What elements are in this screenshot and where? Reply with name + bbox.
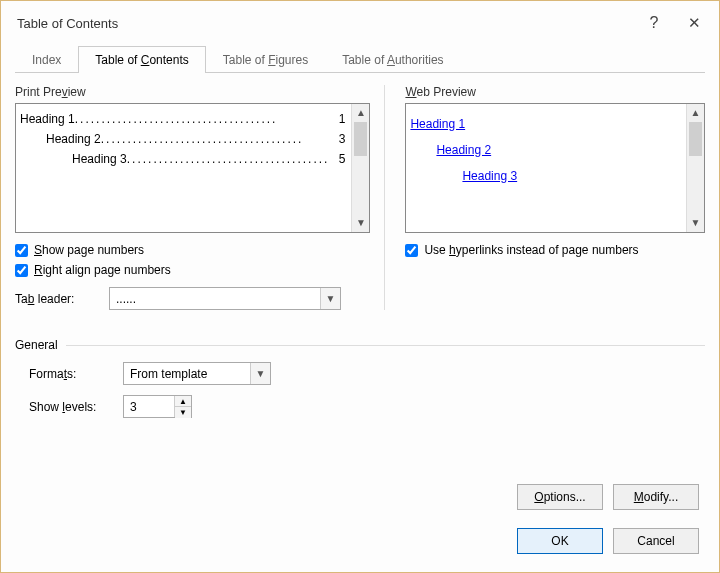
scroll-up-icon[interactable]: ▲	[687, 104, 704, 122]
right-align-checkbox[interactable]	[15, 264, 28, 277]
print-preview-scrollbar[interactable]: ▲ ▼	[351, 104, 369, 232]
use-hyperlinks-row: Use hyperlinks instead of page numbers	[405, 243, 705, 257]
tab-leader-label: Tab leader:	[15, 292, 99, 306]
show-page-numbers-checkbox[interactable]	[15, 244, 28, 257]
print-h2-page: 3	[329, 132, 345, 146]
ok-cancel-row: OK Cancel	[517, 528, 699, 554]
tab-leader-value: ......	[116, 292, 136, 306]
web-preview-content: Heading 1 Heading 2 Heading 3	[406, 104, 686, 232]
print-preview-row: Heading 1 ..............................…	[20, 112, 345, 126]
web-preview-column: Web Preview Heading 1 Heading 2 Heading …	[405, 85, 705, 310]
tab-leader-row: Tab leader: ...... ▼	[15, 287, 370, 310]
print-h1-page: 1	[329, 112, 345, 126]
tab-index-label: Index	[32, 53, 61, 67]
toc-dialog: Table of Contents ? ✕ Index Table of Con…	[0, 0, 720, 573]
scroll-thumb[interactable]	[689, 122, 702, 156]
show-page-numbers-label: Show page numbers	[34, 243, 144, 257]
modify-button-label: Modify...	[634, 490, 678, 504]
right-align-row: Right align page numbers	[15, 263, 370, 277]
print-h2-label: Heading 2	[46, 132, 101, 146]
print-preview-row: Heading 3 ..............................…	[20, 152, 345, 166]
chevron-down-icon[interactable]: ▼	[250, 363, 270, 384]
scroll-down-icon[interactable]: ▼	[352, 214, 369, 232]
tab-table-of-figures[interactable]: Table of Figures	[206, 46, 325, 73]
web-preview-box: Heading 1 Heading 2 Heading 3 ▲ ▼	[405, 103, 705, 233]
right-align-label: Right align page numbers	[34, 263, 171, 277]
cancel-button-label: Cancel	[637, 534, 674, 548]
options-button[interactable]: Options...	[517, 484, 603, 510]
print-preview-content: Heading 1 ..............................…	[16, 104, 351, 232]
leader-dots: ......................................	[101, 132, 330, 146]
cancel-button[interactable]: Cancel	[613, 528, 699, 554]
tab-tof-label: Table of Figures	[223, 53, 308, 67]
titlebar: Table of Contents ? ✕	[15, 15, 705, 41]
web-preview-link[interactable]: Heading 2	[410, 140, 680, 158]
web-h1-label: Heading 1	[410, 117, 465, 131]
general-divider: General	[15, 338, 705, 352]
options-button-label: Options...	[534, 490, 585, 504]
close-button[interactable]: ✕	[685, 14, 703, 32]
spin-up-icon[interactable]: ▲	[175, 396, 191, 407]
tab-toa-label: Table of Authorities	[342, 53, 443, 67]
help-button[interactable]: ?	[645, 14, 663, 32]
print-preview-row: Heading 2 ..............................…	[20, 132, 345, 146]
show-page-numbers-row: Show page numbers	[15, 243, 370, 257]
formats-combo[interactable]: From template ▼	[123, 362, 271, 385]
scroll-track[interactable]	[352, 156, 369, 214]
web-h2-label: Heading 2	[436, 143, 491, 157]
print-preview-box: Heading 1 ..............................…	[15, 103, 370, 233]
ok-button-label: OK	[551, 534, 568, 548]
general-label: General	[15, 338, 58, 352]
scroll-down-icon[interactable]: ▼	[687, 214, 704, 232]
chevron-down-icon[interactable]: ▼	[320, 288, 340, 309]
scroll-track[interactable]	[687, 156, 704, 214]
modify-button[interactable]: Modify...	[613, 484, 699, 510]
spinner-buttons: ▲ ▼	[174, 396, 191, 417]
print-preview-column: Print Preview Heading 1 ................…	[15, 85, 385, 310]
web-h3-label: Heading 3	[462, 169, 517, 183]
web-preview-link[interactable]: Heading 1	[410, 114, 680, 132]
scroll-thumb[interactable]	[354, 122, 367, 156]
dialog-title: Table of Contents	[17, 16, 118, 31]
show-levels-row: Show levels: ▲ ▼	[29, 395, 705, 418]
ok-button[interactable]: OK	[517, 528, 603, 554]
leader-dots: ......................................	[75, 112, 330, 126]
spin-down-icon[interactable]: ▼	[175, 407, 191, 418]
web-preview-link[interactable]: Heading 3	[410, 166, 680, 184]
tab-strip: Index Table of Contents Table of Figures…	[15, 45, 705, 73]
use-hyperlinks-checkbox[interactable]	[405, 244, 418, 257]
show-levels-input[interactable]	[124, 396, 174, 417]
tab-leader-combo[interactable]: ...... ▼	[109, 287, 341, 310]
formats-label: Formats:	[29, 367, 113, 381]
formats-value: From template	[130, 367, 207, 381]
print-h3-page: 5	[329, 152, 345, 166]
leader-dots: ......................................	[127, 152, 330, 166]
print-h3-label: Heading 3	[72, 152, 127, 166]
tab-index[interactable]: Index	[15, 46, 78, 73]
scroll-up-icon[interactable]: ▲	[352, 104, 369, 122]
show-levels-spinner[interactable]: ▲ ▼	[123, 395, 192, 418]
tab-table-of-authorities[interactable]: Table of Authorities	[325, 46, 460, 73]
divider-line	[66, 345, 705, 346]
dialog-body: Print Preview Heading 1 ................…	[15, 85, 705, 310]
options-modify-row: Options... Modify...	[517, 484, 699, 510]
print-preview-label: Print Preview	[15, 85, 370, 99]
use-hyperlinks-label: Use hyperlinks instead of page numbers	[424, 243, 638, 257]
web-preview-label: Web Preview	[405, 85, 705, 99]
web-preview-scrollbar[interactable]: ▲ ▼	[686, 104, 704, 232]
tab-table-of-contents[interactable]: Table of Contents	[78, 46, 205, 73]
print-h1-label: Heading 1	[20, 112, 75, 126]
show-levels-label: Show levels:	[29, 400, 113, 414]
tab-toc-label: Table of Contents	[95, 53, 188, 67]
titlebar-controls: ? ✕	[645, 14, 703, 32]
formats-row: Formats: From template ▼	[29, 362, 705, 385]
